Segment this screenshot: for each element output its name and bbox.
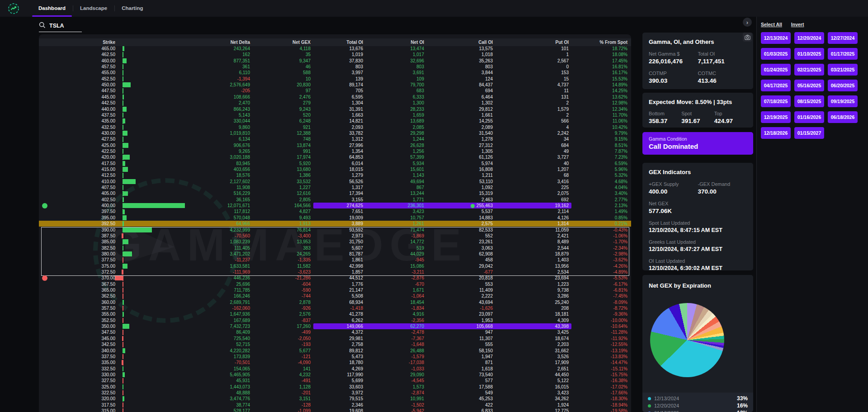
- table-row[interactable]: 315.00528,177-1,09919,608-5,9426,83312,7…: [39, 408, 631, 412]
- table-row[interactable]: 357.50-162,060-926-1,418-1,834-1,626208-…: [39, 305, 631, 311]
- camera-icon[interactable]: [743, 33, 752, 42]
- table-row[interactable]: 382.50111,4053835,6075193,0632,544-2.34%: [39, 245, 631, 251]
- table-row[interactable]: 400.0012,071,671164,566274,625236,301255…: [39, 203, 631, 208]
- expiry-date-button[interactable]: 12/13/2024: [761, 32, 791, 44]
- table-row[interactable]: 375.001,633,58111,58242,99815,08629,0421…: [39, 263, 631, 269]
- column-header[interactable]: Strike: [103, 38, 115, 46]
- table-row[interactable]: 412.5018,5761,3861,2791,1431,211685.32%: [39, 172, 631, 178]
- expiry-date-button[interactable]: 01/17/2025: [828, 48, 858, 60]
- tab-charting[interactable]: Charting: [114, 0, 150, 17]
- expiry-date-button[interactable]: 01/16/2026: [794, 111, 824, 123]
- expiry-date-button[interactable]: 01/03/2025: [761, 48, 791, 60]
- table-row[interactable]: 372.50-111,969-3,6231,857-3,211-6772,534…: [39, 269, 631, 275]
- ticker-input[interactable]: [48, 22, 77, 29]
- expiry-date-button[interactable]: 01/24/2025: [761, 64, 791, 76]
- table-row[interactable]: 387.50-70,560-3,4002,973-1,8695522,421-1…: [39, 233, 631, 239]
- expiry-date-button[interactable]: 04/17/2025: [761, 80, 791, 91]
- table-row[interactable]: 397.50117,8124,8277,6513,4235,5372,1141.…: [39, 208, 631, 214]
- cell-call-oi: 58,150: [479, 348, 493, 354]
- table-row[interactable]: 317.5038,774-1282,346-1,5024221,924-18.9…: [39, 402, 631, 408]
- table-row[interactable]: 460.00877,3519,34737,83032,69635,2632,56…: [39, 58, 631, 64]
- invert-link[interactable]: Invert: [791, 22, 804, 27]
- table-row[interactable]: 407.5011,9081,2271,3178671,0922254.04%: [39, 185, 631, 190]
- expiry-date-button[interactable]: 12/20/2024: [794, 32, 824, 44]
- column-header[interactable]: Total OI: [347, 38, 363, 46]
- table-row[interactable]: 345.00725,540-2,05029,981-7,36711,30718,…: [39, 336, 631, 341]
- expiry-date-button[interactable]: 07/18/2025: [761, 95, 791, 107]
- table-row[interactable]: 337.50173,839-1215,473-1,5791,9473,526-1…: [39, 354, 631, 360]
- table-row[interactable]: 440.00866,2439,24331,39128,23329,8121,57…: [39, 106, 631, 112]
- table-row[interactable]: 462.50162351,0191,0171,018118.08%: [39, 52, 631, 57]
- expiry-date-button[interactable]: 05/16/2025: [794, 80, 824, 91]
- column-header[interactable]: Put OI: [556, 38, 569, 46]
- table-row[interactable]: 447.50-205977056836941114.25%: [39, 88, 631, 94]
- table-row[interactable]: 425.00906,67613,87427,99626,62827,312684…: [39, 142, 631, 148]
- expiry-date-button[interactable]: 09/19/2025: [828, 95, 858, 107]
- column-header[interactable]: Net GEX: [292, 38, 311, 46]
- expiry-date-button[interactable]: 01/10/2025: [794, 48, 824, 60]
- table-row[interactable]: 322.5048,888-2013,972-2,8745493,423-17.6…: [39, 390, 631, 396]
- table-row[interactable]: 377.50-11,237-1,3351,861-9454581,403-3.6…: [39, 257, 631, 263]
- table-row[interactable]: 427.506,1347481,3121,2441,278349.15%: [39, 136, 631, 142]
- table-row[interactable]: 390.004,232,99976,81493,59271,47482,5331…: [39, 227, 631, 233]
- table-row[interactable]: 415.00403,65613,68018,01515,60116,8081,2…: [39, 166, 631, 172]
- table-row[interactable]: 367.5025,696-6041,776-6705531,223-6.17%: [39, 281, 631, 287]
- table-row[interactable]: 362.50166,246-7445,508-1,0642,2223,286-7…: [39, 293, 631, 299]
- select-all-link[interactable]: Select All: [761, 22, 782, 27]
- expiry-date-button[interactable]: 12/18/2026: [761, 127, 791, 139]
- table-row[interactable]: 370.00446,236-21,28644,512-2,87620,81823…: [39, 275, 631, 281]
- expiry-date-button[interactable]: 12/19/2025: [761, 111, 791, 123]
- tab-landscape[interactable]: Landscape: [73, 0, 114, 17]
- table-row[interactable]: 420.003,020,18817,97464,85357,39961,1263…: [39, 154, 631, 160]
- table-row[interactable]: 430.001,019,81012,38833,78229,29831,5402…: [39, 130, 631, 136]
- table-row[interactable]: 435.00330,0446,24814,82113,68914,2555661…: [39, 118, 631, 124]
- table-row[interactable]: 395.00570,0489,49319,00910,75714,8834,12…: [39, 215, 631, 221]
- table-row[interactable]: 352.50167,689-8376,262-2,3561,9534,309-1…: [39, 317, 631, 323]
- table-row[interactable]: 402.5036,1652,8053,1551,7712,4636922.77%: [39, 197, 631, 203]
- cell-net-oi: 236,301: [408, 203, 424, 208]
- expiry-date-button[interactable]: 12/27/2024: [828, 32, 858, 44]
- net-gex-bar: [123, 378, 123, 383]
- table-row[interactable]: 442.502,4702791,3041,3001,302212.98%: [39, 100, 631, 106]
- table-row[interactable]: 330.005,465,9054,232117,99029,09073,5404…: [39, 372, 631, 378]
- expiry-date-button[interactable]: 06/20/2025: [828, 80, 858, 91]
- table-row[interactable]: 342.5052,715-1932,758-1,6485552,203-12.5…: [39, 341, 631, 347]
- collapse-panel-icon[interactable]: ›: [743, 18, 752, 27]
- table-row[interactable]: 432.509,8609212,0932,0852,089410.42%: [39, 124, 631, 130]
- column-header[interactable]: Net Delta: [231, 38, 250, 46]
- table-row[interactable]: 410.002,127,60233,53256,52649,69453,1103…: [39, 179, 631, 185]
- table-row[interactable]: 452.50-1,394101391091241515.53%: [39, 76, 631, 82]
- table-row[interactable]: 385.001,083,23913,95331,75014,77223,2618…: [39, 239, 631, 245]
- table-row[interactable]: 340.004,220,2825,67789,81226,48858,15031…: [39, 348, 631, 354]
- table-row[interactable]: 360.002,689,7912,87868,93418,45443,69425…: [39, 299, 631, 305]
- table-row[interactable]: 457.5036146803803803016.81%: [39, 64, 631, 70]
- column-header[interactable]: % From Spot: [599, 38, 627, 46]
- table-row[interactable]: 465.00243,2644,11813,67613,47413,5751011…: [39, 46, 631, 52]
- column-header[interactable]: Net OI: [411, 38, 424, 46]
- table-row[interactable]: 355.001,647,9362,57641,2784,91623,09718,…: [39, 311, 631, 317]
- table-row[interactable]: 450.002,576,64920,83089,17479,70084,4374…: [39, 82, 631, 88]
- table-row[interactable]: 325.001,443,0731,12833,6031,57317,58816,…: [39, 384, 631, 390]
- table-row[interactable]: 417.5083,9455,9206,0145,9345,974406.59%: [39, 161, 631, 166]
- table-row[interactable]: 347.5086,409-4994,372-2,4789473,425-11.2…: [39, 329, 631, 335]
- expiry-date-button[interactable]: 08/15/2025: [794, 95, 824, 107]
- table-row[interactable]: 380.003,471,20224,26581,78744,02962,9081…: [39, 251, 631, 257]
- table-row[interactable]: 365.00711,785-59021,1471,67111,4099,738-…: [39, 287, 631, 293]
- table-row[interactable]: 350.007,432,72317,260149,06662,270105,66…: [39, 323, 631, 329]
- table-row[interactable]: 445.00108,6662,4766,5956,3336,46413113.6…: [39, 94, 631, 100]
- tab-dashboard[interactable]: Dashboard: [31, 0, 73, 17]
- table-row[interactable]: 392.5064,9661,9133,8891,2612,5751,3140.2…: [39, 221, 631, 227]
- table-row[interactable]: 335.00-70,501-4,09018,780-17,03887117,90…: [39, 360, 631, 365]
- table-row[interactable]: 320.003,474,7763,15179,51510,99145,25334…: [39, 396, 631, 402]
- table-row[interactable]: 327.5045,931-4915,699-4,5455775,122-16.3…: [39, 378, 631, 384]
- column-header[interactable]: Call OI: [478, 38, 493, 46]
- table-row[interactable]: 332.50154,0651414,269-1,0331,6182,651-15…: [39, 366, 631, 372]
- expiry-date-button[interactable]: 02/21/2025: [794, 64, 824, 76]
- expiry-date-button[interactable]: 01/15/2027: [794, 127, 824, 139]
- table-row[interactable]: 455.006,1105883,9973,6913,84415316.17%: [39, 70, 631, 76]
- table-row[interactable]: 422.509,2659911,3541,2561,305497.87%: [39, 148, 631, 154]
- table-row[interactable]: 405.00516,22912,61617,39413,24415,3192,0…: [39, 190, 631, 196]
- expiry-date-button[interactable]: 03/21/2025: [828, 64, 858, 76]
- table-row[interactable]: 437.505,1435201,6631,6591,661211.70%: [39, 112, 631, 118]
- expiry-date-button[interactable]: 06/18/2026: [828, 111, 858, 123]
